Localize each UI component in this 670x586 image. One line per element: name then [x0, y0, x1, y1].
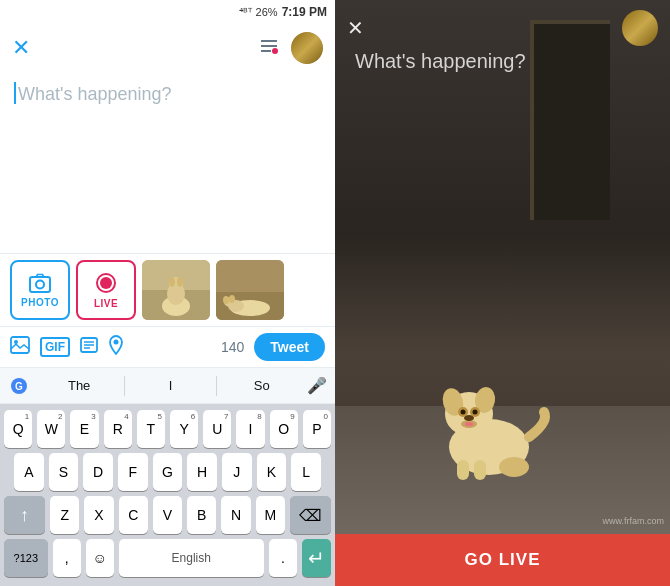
media-bar: PHOTO LIVE: [0, 253, 335, 327]
suggestion-2[interactable]: I: [125, 374, 215, 397]
battery-level: 26%: [256, 6, 278, 18]
photo-thumbnail-2[interactable]: [216, 260, 284, 320]
key-f[interactable]: F: [118, 453, 148, 491]
watermark: www.frfam.com: [602, 516, 664, 526]
left-panel: ⁴ᴮᵀ 26% 7:19 PM ✕ What's happening?: [0, 0, 335, 586]
svg-point-41: [464, 415, 474, 421]
svg-point-37: [460, 410, 465, 415]
photo-label: PHOTO: [21, 297, 59, 308]
key-z[interactable]: Z: [50, 496, 79, 534]
svg-point-40: [465, 422, 473, 426]
tweet-placeholder: What's happening?: [18, 84, 172, 105]
svg-point-6: [100, 277, 112, 289]
keyboard-bottom-row: ?123 , ☺ English . ↵: [4, 539, 331, 577]
svg-rect-43: [474, 460, 486, 480]
key-p[interactable]: P0: [303, 410, 331, 448]
location-icon[interactable]: [108, 335, 124, 360]
key-h[interactable]: H: [187, 453, 217, 491]
period-key[interactable]: .: [269, 539, 297, 577]
suggestion-1[interactable]: The: [34, 374, 124, 397]
status-bar: ⁴ᴮᵀ 26% 7:19 PM: [0, 0, 335, 24]
photo-thumbnail-1[interactable]: [142, 260, 210, 320]
svg-point-5: [36, 280, 44, 288]
google-logo: G: [8, 375, 30, 397]
key-d[interactable]: D: [83, 453, 113, 491]
poll-icon[interactable]: [80, 337, 98, 358]
key-e[interactable]: E3: [70, 410, 98, 448]
svg-point-3: [272, 48, 278, 54]
svg-rect-22: [11, 337, 29, 353]
live-label: LIVE: [94, 298, 118, 309]
key-c[interactable]: C: [119, 496, 148, 534]
key-i[interactable]: I8: [236, 410, 264, 448]
svg-point-14: [177, 277, 183, 287]
text-cursor: [14, 82, 16, 104]
key-o[interactable]: O9: [270, 410, 298, 448]
right-panel: ✕ What's happening? www.frfam.com GO LIV…: [335, 0, 670, 586]
draft-icon[interactable]: [259, 37, 279, 60]
symbols-key[interactable]: ?123: [4, 539, 48, 577]
live-button[interactable]: LIVE: [76, 260, 136, 320]
key-k[interactable]: K: [257, 453, 287, 491]
key-y[interactable]: Y6: [170, 410, 198, 448]
key-l[interactable]: L: [291, 453, 321, 491]
enter-key[interactable]: ↵: [302, 539, 331, 577]
char-count: 140: [221, 339, 244, 355]
avatar[interactable]: [291, 32, 323, 64]
key-w[interactable]: W2: [37, 410, 65, 448]
key-g[interactable]: G: [153, 453, 183, 491]
keyboard-row-2: A S D F G H J K L: [4, 453, 331, 491]
close-button[interactable]: ✕: [12, 35, 30, 61]
key-j[interactable]: J: [222, 453, 252, 491]
svg-text:G: G: [15, 381, 23, 392]
dog-image: [419, 352, 559, 486]
suggestions-bar: G The I So 🎤: [0, 368, 335, 404]
go-live-button[interactable]: GO LIVE: [335, 534, 670, 586]
microphone-icon[interactable]: 🎤: [307, 376, 327, 395]
key-b[interactable]: B: [187, 496, 216, 534]
svg-point-38: [472, 410, 477, 415]
key-q[interactable]: Q1: [4, 410, 32, 448]
key-t[interactable]: T5: [137, 410, 165, 448]
svg-point-21: [229, 295, 235, 303]
svg-point-13: [169, 277, 175, 287]
right-placeholder: What's happening?: [355, 50, 526, 73]
key-n[interactable]: N: [221, 496, 250, 534]
go-live-label: GO LIVE: [465, 550, 541, 570]
action-bar: GIF 140 Tweet: [0, 327, 335, 368]
svg-rect-4: [30, 277, 50, 292]
svg-point-20: [223, 296, 229, 304]
space-key[interactable]: English: [119, 539, 264, 577]
keyboard-row-3: ↑ Z X C V B N M ⌫: [4, 496, 331, 534]
emoji-key[interactable]: ☺: [86, 539, 114, 577]
key-m[interactable]: M: [256, 496, 285, 534]
keyboard-row-1: Q1 W2 E3 R4 T5 Y6 U7 I8 O9 P0: [4, 410, 331, 448]
delete-key[interactable]: ⌫: [290, 496, 331, 534]
status-time: 7:19 PM: [282, 5, 327, 19]
key-a[interactable]: A: [14, 453, 44, 491]
key-s[interactable]: S: [49, 453, 79, 491]
keyboard: Q1 W2 E3 R4 T5 Y6 U7 I8 O9 P0 A S D F G …: [0, 404, 335, 586]
svg-rect-42: [457, 460, 469, 480]
key-u[interactable]: U7: [203, 410, 231, 448]
right-avatar[interactable]: [622, 10, 658, 46]
top-bar-right: [259, 32, 323, 64]
svg-point-44: [499, 457, 529, 477]
top-bar: ✕: [0, 24, 335, 72]
image-icon[interactable]: [10, 336, 30, 359]
svg-point-28: [114, 339, 119, 344]
right-top-bar: ✕: [335, 0, 670, 56]
key-v[interactable]: V: [153, 496, 182, 534]
shift-key[interactable]: ↑: [4, 496, 45, 534]
tweet-input-area[interactable]: What's happening?: [0, 72, 335, 253]
comma-key[interactable]: ,: [53, 539, 81, 577]
photo-button[interactable]: PHOTO: [10, 260, 70, 320]
right-close-button[interactable]: ✕: [347, 16, 364, 40]
key-x[interactable]: X: [84, 496, 113, 534]
gif-icon[interactable]: GIF: [40, 337, 70, 357]
tweet-button[interactable]: Tweet: [254, 333, 325, 361]
key-r[interactable]: R4: [104, 410, 132, 448]
suggestion-3[interactable]: So: [217, 374, 307, 397]
bluetooth-icon: ⁴ᴮᵀ: [239, 6, 252, 19]
